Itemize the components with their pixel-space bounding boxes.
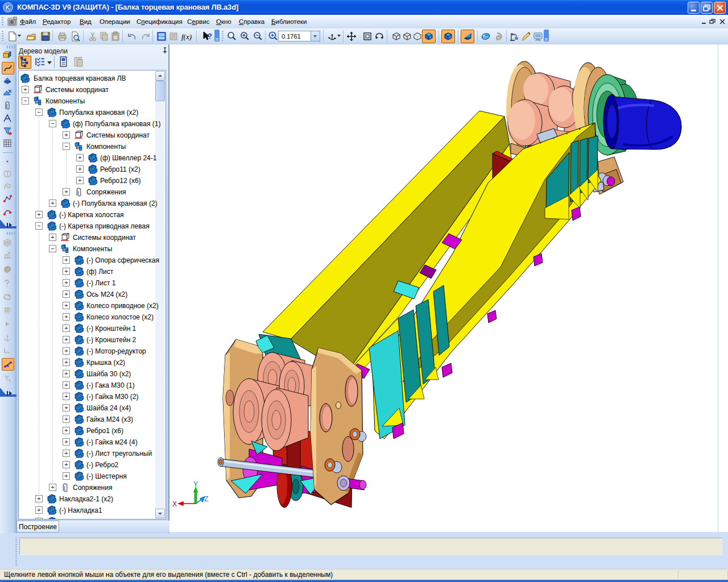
svg-text:f(x): f(x): [181, 32, 192, 41]
svg-text:Z: Z: [204, 495, 208, 503]
svg-text:Y: Y: [193, 480, 198, 488]
svg-text:?: ?: [208, 32, 212, 40]
svg-text:X: X: [172, 500, 177, 508]
